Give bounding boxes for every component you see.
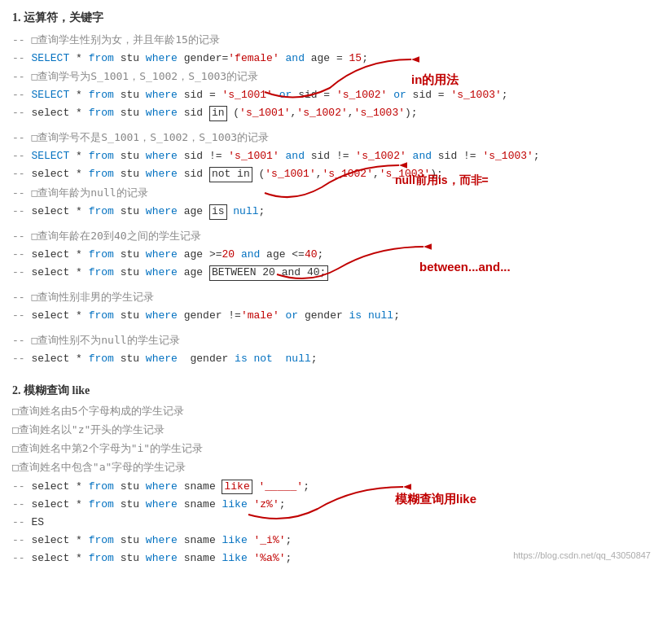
annotation-null-usage: null前用is，而非= (395, 171, 489, 191)
comment-gender-female: -- □查询学生性别为女，并且年龄15的记录 (12, 31, 655, 50)
sql-select-gender-not-null: -- select * from stu where gender is not… (12, 350, 655, 368)
arrow-between (257, 240, 432, 285)
watermark: https://blog.csdn.net/qq_43050847 (513, 548, 651, 563)
comment-gender-not-male: -- □查询性别非男的学生记录 (12, 288, 655, 307)
arrow-in (248, 55, 419, 104)
sql-select-sid-in: -- select * from stu where sid in ('s_10… (12, 104, 655, 122)
comment-like-2nd-i: □查询姓名中第2个字母为"i"的学生记录 (12, 440, 655, 458)
sql-select-gender-not-male: -- select * from stu where gender !='mal… (12, 307, 655, 325)
comment-like-5chars: □查询姓名由5个字母构成的学生记录 (12, 402, 655, 421)
sql-select-age-null: -- select * from stu where age is null; (12, 203, 655, 221)
comment-like-contains-a: □查询姓名中包含"a"字母的学生记录 (12, 458, 655, 477)
annotation-between-usage: between...and... (419, 256, 511, 278)
sql-like-underscore-i: -- select * from stu where sname like '_… (12, 532, 655, 550)
comment-sid-not-list: -- □查询学号不是S_1001，S_1002，S_1003的记录 (12, 129, 655, 147)
section2-title: 2. 模糊查询 like (12, 381, 655, 401)
comment-like-z-start: □查询姓名以"z"开头的学生记录 (12, 421, 655, 440)
main-content: 1. 运算符，关键字 -- □查询学生性别为女，并且年龄15的记录 -- SEL… (12, 8, 655, 567)
arrow-null (248, 159, 407, 204)
section1-title: 1. 运算符，关键字 (12, 8, 655, 28)
arrow-like (228, 480, 411, 525)
comment-gender-not-null: -- □查询性别不为null的学生记录 (12, 331, 655, 350)
